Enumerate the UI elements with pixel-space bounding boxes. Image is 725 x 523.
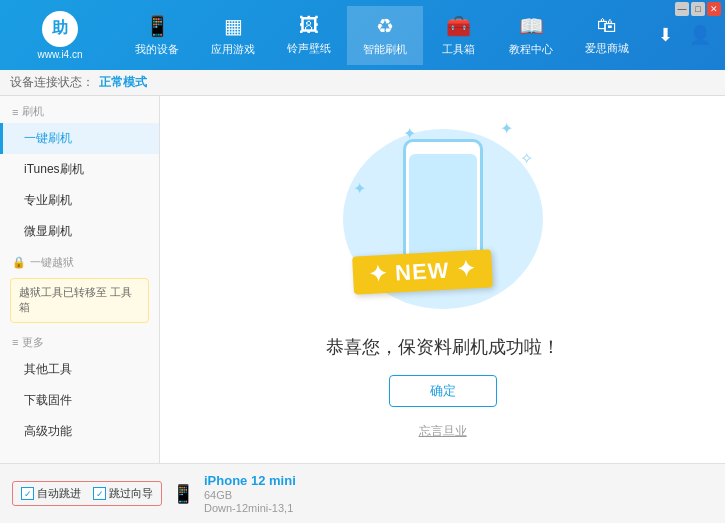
ai-icon: ♻ [376,14,394,38]
toolbox-icon: 🧰 [446,14,471,38]
more-section-label: 更多 [22,335,44,350]
new-badge: ✦ NEW ✦ [352,249,492,294]
device-name: iPhone 12 mini [204,473,296,488]
sidebar-item-dfu[interactable]: 微显刷机 [0,216,159,247]
device-model: Down-12mini-13,1 [204,502,296,514]
header: 助 www.i4.cn 📱 我的设备 ▦ 应用游戏 🖼 铃声壁纸 ♻ 智能刷机 … [0,0,725,70]
close-button[interactable]: ✕ [707,2,721,16]
nav-toolbox-label: 工具箱 [442,42,475,57]
wallpaper-icon: 🖼 [299,14,319,37]
sidebar-item-itunes[interactable]: iTunes刷机 [0,154,159,185]
jailbreak-label: 一键越狱 [30,255,74,270]
logo: 助 www.i4.cn [10,11,110,60]
nav-shop[interactable]: 🛍 爱思商城 [569,6,645,65]
nav-wallpaper-label: 铃声壁纸 [287,41,331,56]
nav-tutorial-label: 教程中心 [509,42,553,57]
sidebar-section-flash: ≡ 刷机 [0,96,159,123]
sparkle-2: ✦ [500,119,513,138]
skip-wizard-label: 跳过向导 [109,486,153,501]
nav-shop-label: 爱思商城 [585,41,629,56]
main-area: ≡ 刷机 一键刷机 iTunes刷机 专业刷机 微显刷机 🔒 一键越狱 越狱工具… [0,96,725,463]
sparkle-3: ✧ [520,149,533,168]
more-section-icon: ≡ [12,336,18,348]
sidebar-item-advanced[interactable]: 高级功能 [0,416,159,447]
nav-apps[interactable]: ▦ 应用游戏 [195,6,271,65]
status-value: 正常模式 [99,74,147,91]
logo-icon: 助 [42,11,78,47]
logo-url: www.i4.cn [37,49,82,60]
device-info: iPhone 12 mini 64GB Down-12mini-13,1 [204,473,296,514]
download-button[interactable]: ⬇ [654,20,677,50]
content-area: ✦ ✦ ✧ ✦ ✦ NEW ✦ 恭喜您，保资料刷机成功啦！ 确定 忘言旦业 [160,96,725,463]
apps-icon: ▦ [224,14,243,38]
auto-connect-tick[interactable] [21,487,34,500]
minimize-button[interactable]: — [675,2,689,16]
skip-wizard-checkbox[interactable]: 跳过向导 [93,486,153,501]
sidebar-item-pro[interactable]: 专业刷机 [0,185,159,216]
nav-toolbox[interactable]: 🧰 工具箱 [423,6,493,65]
checkbox-group: 自动跳进 跳过向导 [12,481,162,506]
phone-screen [409,154,477,264]
header-actions: ⬇ 👤 [654,20,715,50]
sidebar-item-one-key[interactable]: 一键刷机 [0,123,159,154]
status-label: 设备连接状态： [10,74,94,91]
device-storage: 64GB [204,489,296,501]
nav-wallpaper[interactable]: 🖼 铃声壁纸 [271,6,347,65]
sidebar-item-download[interactable]: 下载固件 [0,385,159,416]
user-button[interactable]: 👤 [685,20,715,50]
auto-connect-checkbox[interactable]: 自动跳进 [21,486,81,501]
status-bar: 设备连接状态： 正常模式 [0,70,725,96]
phone-illustration: ✦ ✦ ✧ ✦ ✦ NEW ✦ [343,119,543,319]
nav-my-device-label: 我的设备 [135,42,179,57]
confirm-button[interactable]: 确定 [389,375,497,407]
auto-connect-label: 自动跳进 [37,486,81,501]
shop-icon: 🛍 [597,14,617,37]
flash-section-icon: ≡ [12,106,18,118]
device-phone-icon: 📱 [172,483,194,505]
nav-my-device[interactable]: 📱 我的设备 [119,6,195,65]
flash-section-label: 刷机 [22,104,44,119]
maximize-button[interactable]: □ [691,2,705,16]
jailbreak-notice: 越狱工具已转移至 工具箱 [10,278,149,323]
sidebar-section-jailbreak: 🔒 一键越狱 [0,247,159,274]
sidebar: ≡ 刷机 一键刷机 iTunes刷机 专业刷机 微显刷机 🔒 一键越狱 越狱工具… [0,96,160,463]
sparkle-4: ✦ [353,179,366,198]
nav-bar: 📱 我的设备 ▦ 应用游戏 🖼 铃声壁纸 ♻ 智能刷机 🧰 工具箱 📖 教程中心… [110,6,654,65]
skip-wizard-tick[interactable] [93,487,106,500]
nav-tutorial[interactable]: 📖 教程中心 [493,6,569,65]
sidebar-item-other-tools[interactable]: 其他工具 [0,354,159,385]
sidebar-section-more: ≡ 更多 [0,327,159,354]
tutorial-icon: 📖 [519,14,544,38]
nav-apps-label: 应用游戏 [211,42,255,57]
nav-ai-label: 智能刷机 [363,42,407,57]
device-bar: 自动跳进 跳过向导 📱 iPhone 12 mini 64GB Down-12m… [0,463,725,523]
nav-ai[interactable]: ♻ 智能刷机 [347,6,423,65]
phone-icon: 📱 [145,14,170,38]
again-link[interactable]: 忘言旦业 [419,423,467,440]
lock-icon: 🔒 [12,256,26,269]
success-message: 恭喜您，保资料刷机成功啦！ [326,335,560,359]
